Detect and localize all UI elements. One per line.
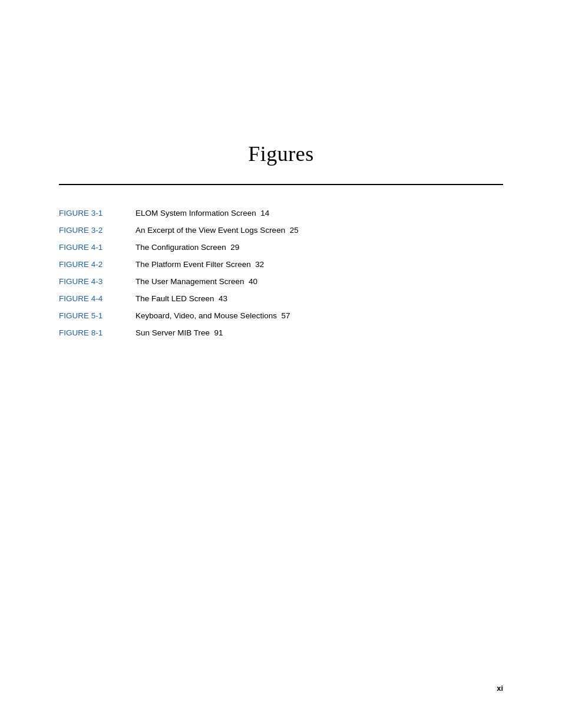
list-item: FIGURE 4-4The Fault LED Screen 43 xyxy=(59,294,503,303)
figure-description: ELOM System Information Screen 14 xyxy=(135,209,269,218)
list-item: FIGURE 4-2The Platform Event Filter Scre… xyxy=(59,260,503,269)
figure-description: Keyboard, Video, and Mouse Selections 57 xyxy=(135,311,290,320)
figure-description: Sun Server MIB Tree 91 xyxy=(135,328,223,337)
list-item: FIGURE 4-1The Configuration Screen 29 xyxy=(59,243,503,252)
list-item: FIGURE 3-1ELOM System Information Screen… xyxy=(59,209,503,218)
figure-ref[interactable]: FIGURE 3-2 xyxy=(59,226,135,235)
page-number: xi xyxy=(497,684,503,693)
page: Figures FIGURE 3-1ELOM System Informatio… xyxy=(0,0,562,728)
section-divider xyxy=(59,184,503,185)
figure-ref[interactable]: FIGURE 4-2 xyxy=(59,260,135,269)
figure-description: The Fault LED Screen 43 xyxy=(135,294,227,303)
figure-description: The Configuration Screen 29 xyxy=(135,243,239,252)
figure-description: The Platform Event Filter Screen 32 xyxy=(135,260,264,269)
list-item: FIGURE 8-1Sun Server MIB Tree 91 xyxy=(59,328,503,337)
figures-list: FIGURE 3-1ELOM System Information Screen… xyxy=(59,209,503,337)
figure-ref[interactable]: FIGURE 8-1 xyxy=(59,328,135,337)
list-item: FIGURE 3-2An Excerpt of the View Event L… xyxy=(59,226,503,235)
figure-ref[interactable]: FIGURE 4-3 xyxy=(59,277,135,286)
figure-ref[interactable]: FIGURE 3-1 xyxy=(59,209,135,218)
figure-description: An Excerpt of the View Event Logs Screen… xyxy=(135,226,299,235)
figure-ref[interactable]: FIGURE 4-4 xyxy=(59,294,135,303)
list-item: FIGURE 4-3The User Management Screen 40 xyxy=(59,277,503,286)
page-title: Figures xyxy=(59,141,503,166)
figure-ref[interactable]: FIGURE 4-1 xyxy=(59,243,135,252)
figure-ref[interactable]: FIGURE 5-1 xyxy=(59,311,135,320)
list-item: FIGURE 5-1Keyboard, Video, and Mouse Sel… xyxy=(59,311,503,320)
figure-description: The User Management Screen 40 xyxy=(135,277,257,286)
